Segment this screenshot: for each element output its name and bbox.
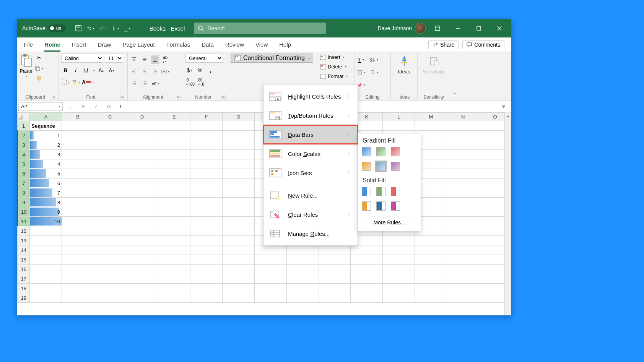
row-header-17[interactable]: 17 [18,274,30,284]
cell-B1[interactable] [62,121,94,131]
row-header-6[interactable]: 6 [18,169,30,179]
cell-F19[interactable] [190,293,222,303]
cell-G17[interactable] [222,274,254,284]
align-right-icon[interactable] [151,67,159,76]
font-launcher[interactable]: ⬊ [120,95,125,99]
cell-E14[interactable] [158,245,190,255]
cell-K19[interactable] [351,293,383,303]
col-header-A[interactable]: A [30,113,62,121]
cell-C14[interactable] [94,245,126,255]
cell-K14[interactable] [351,245,383,255]
cell-L15[interactable] [383,255,415,265]
cell-N18[interactable] [447,284,479,293]
col-header-B[interactable]: B [62,113,94,121]
cell-E6[interactable] [158,169,190,179]
cell-G8[interactable] [222,188,254,198]
alignment-launcher[interactable]: ⬊ [176,95,181,99]
cell-A7[interactable]: 6 [30,179,62,188]
cell-A11[interactable]: 10 [30,217,62,226]
row-header-10[interactable]: 10 [18,207,30,217]
cell-F4[interactable] [190,150,222,159]
cell-H18[interactable] [254,284,286,293]
cell-E7[interactable] [158,179,190,188]
number-launcher[interactable]: ⬊ [221,95,226,99]
cell-B7[interactable] [62,179,94,188]
ideas-button[interactable]: Ideas [393,54,415,76]
cell-B10[interactable] [62,207,94,217]
cell-I19[interactable] [286,293,319,303]
cell-E16[interactable] [158,265,190,274]
align-center-icon[interactable] [140,67,149,76]
menu-item-data-bars[interactable]: Data Bars〉 [263,125,358,144]
cell-C9[interactable] [94,198,126,207]
cell-B12[interactable] [62,226,94,236]
cell-N10[interactable] [447,207,479,217]
accounting-icon[interactable]: $▾ [185,66,194,75]
cell-F9[interactable] [190,198,222,207]
cell-N13[interactable] [447,236,479,245]
orientation-icon[interactable]: ab▾ [151,79,159,88]
search-box[interactable] [194,23,326,34]
align-top-icon[interactable] [130,55,138,64]
cell-D8[interactable] [126,188,158,198]
cell-E8[interactable] [158,188,190,198]
cell-M1[interactable] [415,121,447,131]
fill-icon[interactable]: ▾ [357,68,365,76]
row-header-14[interactable]: 14 [18,245,30,255]
cell-D5[interactable] [126,159,158,169]
cell-B13[interactable] [62,236,94,245]
cell-D11[interactable] [126,217,158,226]
cell-C15[interactable] [94,255,126,265]
cell-D13[interactable] [126,236,158,245]
conditional-formatting-button[interactable]: Conditional Formatting ▾ [231,54,313,63]
fill-color-icon[interactable]: ▾ [72,78,80,86]
cell-B3[interactable] [62,140,94,150]
font-name-select[interactable]: Calibri [61,54,103,63]
col-header-L[interactable]: L [383,113,415,121]
cell-J15[interactable] [319,255,351,265]
cell-B16[interactable] [62,265,94,274]
tab-page-layout[interactable]: Page Layout [122,40,154,49]
cell-E18[interactable] [158,284,190,293]
gradient-orange-swatch[interactable] [362,162,371,171]
cell-G3[interactable] [222,140,254,150]
solid-lightblue-swatch[interactable] [376,201,385,211]
cell-L19[interactable] [383,293,415,303]
cell-F1[interactable] [190,121,222,131]
increase-indent-icon[interactable] [140,79,149,88]
cell-G10[interactable] [222,207,254,217]
cell-D7[interactable] [126,179,158,188]
find-select-icon[interactable]: ▾ [370,68,378,76]
cell-A18[interactable] [30,284,62,293]
cell-C6[interactable] [94,169,126,179]
cell-C5[interactable] [94,159,126,169]
gradient-red-swatch[interactable] [391,147,400,156]
cell-A9[interactable]: 8 [30,198,62,207]
cell-D17[interactable] [126,274,158,284]
cell-A15[interactable] [30,255,62,265]
cell-N4[interactable] [447,150,479,159]
cell-H15[interactable] [254,255,286,265]
cell-C16[interactable] [94,265,126,274]
cell-B14[interactable] [62,245,94,255]
row-header-9[interactable]: 9 [18,198,30,207]
cell-E5[interactable] [158,159,190,169]
col-header-G[interactable]: G [222,113,254,121]
tab-insert[interactable]: Insert [72,40,86,49]
cell-F18[interactable] [190,284,222,293]
cell-N17[interactable] [447,274,479,284]
clipboard-launcher[interactable]: ⬊ [52,95,56,99]
cell-M14[interactable] [415,245,447,255]
cell-H14[interactable] [254,245,286,255]
delete-cells-button[interactable]: Delete▾ [319,63,348,70]
cell-A12[interactable] [30,226,62,236]
comma-icon[interactable]: , [206,66,215,75]
cell-N6[interactable] [447,169,479,179]
cell-F8[interactable] [190,188,222,198]
align-bottom-icon[interactable] [151,55,159,64]
cell-C18[interactable] [94,284,126,293]
cell-L18[interactable] [383,284,415,293]
tab-review[interactable]: Review [225,40,244,49]
cell-C12[interactable] [94,226,126,236]
row-header-13[interactable]: 13 [18,236,30,245]
